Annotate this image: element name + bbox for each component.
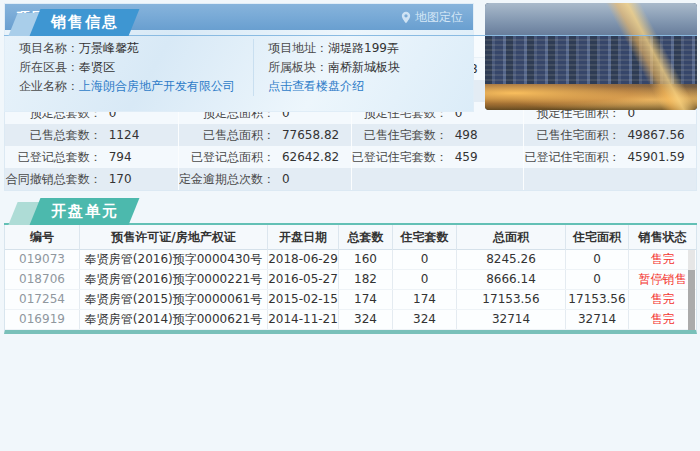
units-row: 019073 奉贤房管(2016)预字0000430号 2018-06-29 1… — [5, 250, 696, 270]
sales-cell-label — [352, 168, 448, 190]
units-cell-permit: 奉贤房管(2015)预字0000061号 — [79, 290, 267, 309]
sales-cell-value: 498 — [448, 124, 524, 146]
field-label: 项目地址： — [268, 41, 328, 55]
units-cell-res-area: 32714 — [565, 310, 628, 329]
units-header-cell: 总面积 — [456, 225, 565, 250]
units-cell-date: 2016-05-27 — [267, 270, 338, 289]
sales-cell-value — [448, 168, 524, 190]
units-cell-date: 2015-02-15 — [267, 290, 338, 309]
units-cell-id: 019073 — [5, 250, 79, 269]
field-label: 所属板块： — [268, 60, 328, 74]
units-header-cell: 开盘日期 — [267, 225, 338, 250]
sales-cell-value: 170 — [102, 168, 178, 190]
sales-cell-label: 合同撤销总套数： — [5, 168, 102, 190]
units-cell-date: 2018-06-29 — [267, 250, 338, 269]
sales-cell-value: 0 — [275, 168, 351, 190]
units-scrollbar-thumb[interactable] — [688, 270, 695, 330]
units-cell-status: 暂停销售 — [628, 270, 696, 289]
units-cell-total-area: 8666.14 — [456, 270, 565, 289]
units-cell-permit: 奉贤房管(2014)预字0000621号 — [79, 310, 267, 329]
sales-cell-label: 已登记总套数： — [5, 146, 102, 168]
units-cell-total-area: 8245.26 — [456, 250, 565, 269]
sales-cell: 合同撤销总套数：170 — [5, 168, 178, 190]
company-link[interactable]: 上海朗合房地产开发有限公司 — [79, 79, 235, 93]
units-cell-permit: 奉贤房管(2016)预字0000430号 — [79, 250, 267, 269]
units-tab-row: 开盘单元 — [4, 198, 697, 225]
sales-cell-label: 已登记住宅面积： — [524, 146, 620, 168]
sales-cell: 已售住宅套数：498 — [351, 124, 524, 146]
units-cell-id: 017254 — [5, 290, 79, 309]
tab-sales-info[interactable]: 销售信息 — [30, 9, 140, 36]
field-label: 企业名称： — [19, 79, 79, 93]
project-fields: 项目名称：万景峰馨苑 所在区县：奉贤区 企业名称：上海朗合房地产开发有限公司 项… — [5, 30, 473, 96]
units-body: 019073 奉贤房管(2016)预字0000430号 2018-06-29 1… — [5, 250, 696, 330]
units-cell-total-area: 32714 — [456, 310, 565, 329]
field-value: 万景峰馨苑 — [79, 41, 139, 55]
units-cell-id: 018706 — [5, 270, 79, 289]
units-cell-status: 售完 — [628, 290, 696, 309]
field-value: 奉贤区 — [79, 60, 115, 74]
sales-cell-value: 45901.59 — [620, 146, 696, 168]
units-table: 编号 预售许可证/房地产权证 开盘日期 总套数 住宅套数 总面积 住宅面积 销售… — [4, 225, 697, 334]
field-block: 所属板块：南桥新城板块 — [268, 58, 473, 77]
sales-cell — [351, 168, 524, 190]
units-cell-res-area: 0 — [565, 270, 628, 289]
sales-cell-value: 49867.56 — [620, 124, 696, 146]
units-header-cell: 总套数 — [338, 225, 392, 250]
units-cell-res-area: 0 — [565, 250, 628, 269]
project-fields-left: 项目名称：万景峰馨苑 所在区县：奉贤区 企业名称：上海朗合房地产开发有限公司 — [5, 39, 253, 96]
sales-cell — [523, 168, 696, 190]
units-cell-date: 2014-11-21 — [267, 310, 338, 329]
units-cell-total-area: 17153.56 — [456, 290, 565, 309]
units-cell-res-units: 0 — [392, 270, 456, 289]
units-row: 018706 奉贤房管(2016)预字0000221号 2016-05-27 1… — [5, 270, 696, 290]
sales-cell-label: 已登记总面积： — [179, 146, 275, 168]
units-header: 编号 预售许可证/房地产权证 开盘日期 总套数 住宅套数 总面积 住宅面积 销售… — [5, 225, 696, 250]
sales-cell-label: 已售总套数： — [5, 124, 102, 146]
sales-cell-value: 459 — [448, 146, 524, 168]
field-project-name: 项目名称：万景峰馨苑 — [19, 39, 253, 58]
field-label: 项目名称： — [19, 41, 79, 55]
sales-cell: 已登记总套数：794 — [5, 146, 178, 168]
units-cell-total-units: 182 — [338, 270, 392, 289]
sales-cell: 已售总面积：77658.82 — [178, 124, 351, 146]
tab-opening-units[interactable]: 开盘单元 — [30, 198, 140, 225]
sales-cell: 已登记总面积：62642.82 — [178, 146, 351, 168]
units-cell-res-area: 17153.56 — [565, 290, 628, 309]
sales-cell-label: 定金逾期总次数： — [179, 168, 275, 190]
sales-cell: 定金逾期总次数：0 — [178, 168, 351, 190]
units-row: 016919 奉贤房管(2014)预字0000621号 2014-11-21 3… — [5, 310, 696, 330]
field-value: 南桥新城板块 — [328, 60, 400, 74]
sales-cell-value — [620, 168, 696, 190]
units-header-cell: 销售状态 — [628, 225, 696, 250]
units-cell-res-units: 324 — [392, 310, 456, 329]
sales-cell-label: 已售总面积： — [179, 124, 275, 146]
units-cell-total-units: 174 — [338, 290, 392, 309]
units-cell-status: 售完 — [628, 250, 696, 269]
sales-cell: 已登记住宅套数：459 — [351, 146, 524, 168]
sales-cell-value: 1124 — [102, 124, 178, 146]
view-details-link[interactable]: 点击查看楼盘介绍 — [268, 79, 364, 93]
sales-cell: 已售总套数：1124 — [5, 124, 178, 146]
units-cell-id: 016919 — [5, 310, 79, 329]
sales-tab-row: 销售信息 — [4, 9, 697, 36]
sales-cell-label — [524, 168, 620, 190]
units-tab-label: 开盘单元 — [51, 202, 119, 221]
sales-cell-label: 已售住宅面积： — [524, 124, 620, 146]
sales-cell-label: 已售住宅套数： — [352, 124, 448, 146]
field-company: 企业名称：上海朗合房地产开发有限公司 — [19, 77, 253, 96]
field-value: 湖堤路199弄 — [328, 41, 399, 55]
units-header-cell: 住宅面积 — [565, 225, 628, 250]
units-row: 017254 奉贤房管(2015)预字0000061号 2015-02-15 1… — [5, 290, 696, 310]
sales-cell-value: 77658.82 — [275, 124, 351, 146]
sales-cell-value: 62642.82 — [275, 146, 351, 168]
units-cell-total-units: 324 — [338, 310, 392, 329]
page: 项目基本信息 地图定位 项目名称：万景峰馨苑 所在区县：奉贤区 — [0, 0, 700, 451]
units-scrollbar[interactable] — [688, 250, 695, 330]
units-cell-res-units: 174 — [392, 290, 456, 309]
sales-row: 已登记总套数：794 已登记总面积：62642.82 已登记住宅套数：459 已… — [5, 146, 696, 168]
sales-row: 已售总套数：1124 已售总面积：77658.82 已售住宅套数：498 已售住… — [5, 124, 696, 146]
project-fields-right: 项目地址：湖堤路199弄 所属板块：南桥新城板块 点击查看楼盘介绍 — [253, 39, 473, 96]
units-header-cell: 住宅套数 — [392, 225, 456, 250]
units-cell-total-units: 160 — [338, 250, 392, 269]
